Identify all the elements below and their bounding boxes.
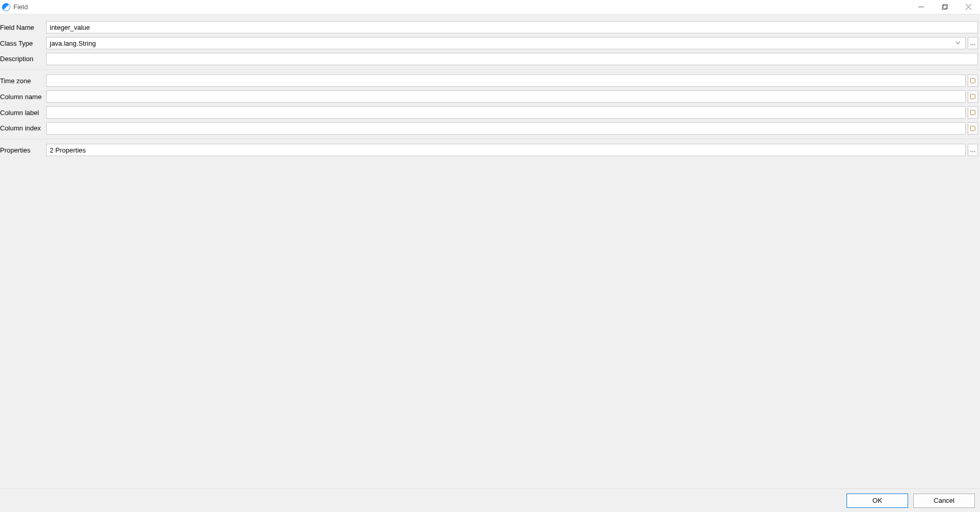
label-field-name: Field Name (0, 20, 46, 35)
column-label-input[interactable] (46, 106, 966, 119)
label-column-name: Column name (0, 89, 46, 104)
properties-value: 2 Properties (46, 144, 966, 156)
properties-browse-button[interactable]: ... (968, 144, 978, 156)
clear-icon (970, 110, 975, 115)
window-controls (909, 0, 980, 14)
description-input[interactable] (46, 53, 978, 65)
column-index-clear-button[interactable] (968, 122, 978, 135)
clear-icon (970, 94, 975, 99)
close-button[interactable] (956, 0, 980, 14)
label-column-label: Column label (0, 105, 46, 120)
titlebar: Field (0, 0, 980, 14)
maximize-button[interactable] (933, 0, 956, 14)
label-description: Description (0, 51, 46, 66)
column-name-input[interactable] (46, 90, 966, 103)
column-name-clear-button[interactable] (968, 90, 978, 103)
label-properties: Properties (0, 142, 46, 158)
svg-rect-5 (971, 126, 975, 130)
time-zone-input[interactable] (46, 74, 966, 87)
row-description: Description (0, 51, 980, 70)
label-class-type: Class Type (0, 35, 46, 51)
label-column-index: Column index (0, 121, 46, 136)
column-index-input[interactable] (46, 122, 966, 135)
field-name-input[interactable] (46, 21, 978, 33)
column-label-clear-button[interactable] (968, 106, 978, 119)
ok-button[interactable]: OK (847, 494, 908, 508)
class-type-browse-button[interactable]: ... (968, 37, 978, 49)
clear-icon (970, 126, 975, 131)
time-zone-clear-button[interactable] (968, 74, 978, 87)
svg-rect-2 (971, 79, 975, 83)
app-icon (2, 3, 10, 11)
cancel-button[interactable]: Cancel (913, 494, 975, 508)
row-class-type: Class Type java.lang.String ... (0, 35, 980, 51)
svg-rect-0 (942, 6, 946, 10)
row-column-label: Column label (0, 105, 980, 120)
window-title: Field (13, 3, 909, 11)
class-type-value: java.lang.String (50, 40, 96, 47)
minimize-button[interactable] (909, 0, 933, 14)
minimize-icon (918, 4, 924, 10)
close-icon (966, 4, 971, 10)
dialog-footer: OK Cancel (0, 488, 980, 512)
svg-rect-4 (971, 110, 975, 115)
svg-rect-1 (943, 5, 947, 9)
clear-icon (970, 78, 975, 83)
row-time-zone: Time zone (0, 73, 980, 88)
maximize-icon (942, 4, 948, 10)
row-column-index: Column index (0, 121, 980, 139)
chevron-down-icon (954, 42, 962, 45)
label-time-zone: Time zone (0, 73, 46, 88)
row-properties: Properties 2 Properties ... (0, 142, 980, 158)
class-type-combo[interactable]: java.lang.String (46, 37, 966, 49)
row-field-name: Field Name (0, 20, 980, 35)
form-area: Field Name Class Type java.lang.String .… (0, 14, 980, 488)
svg-rect-3 (971, 94, 975, 99)
row-column-name: Column name (0, 89, 980, 104)
